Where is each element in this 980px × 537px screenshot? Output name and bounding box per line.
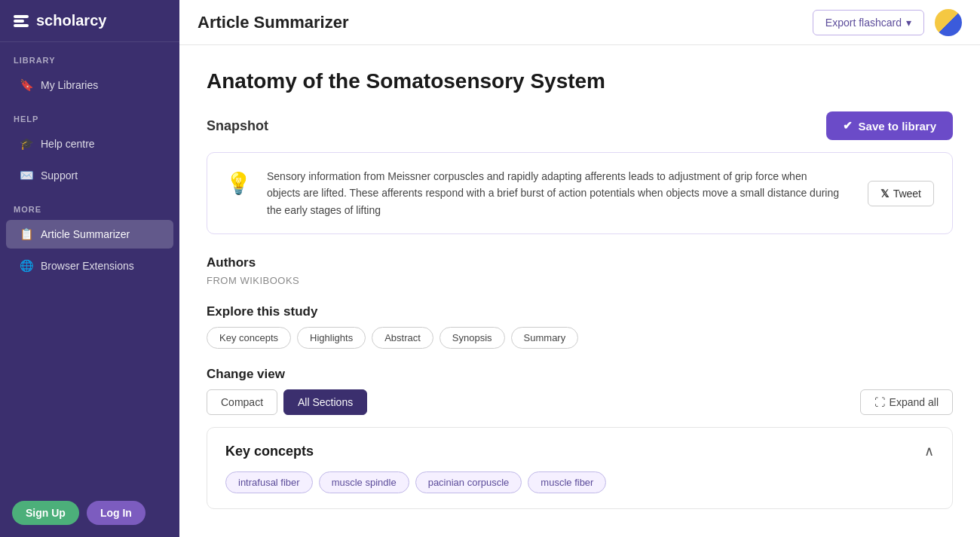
compact-view-button[interactable]: Compact <box>207 389 277 415</box>
bulb-icon: 💡 <box>225 171 252 196</box>
tweet-label: Tweet <box>893 188 921 200</box>
graduation-icon: 🎓 <box>20 137 33 151</box>
article-container: Anatomy of the Somatosensory System Snap… <box>179 45 980 533</box>
tag-intrafusal-fiber[interactable]: intrafusal fiber <box>225 471 313 493</box>
chip-synopsis[interactable]: Synopsis <box>439 327 505 349</box>
sidebar-item-my-libraries[interactable]: 🔖 My Libraries <box>6 71 173 99</box>
authors-title: Authors <box>207 255 953 270</box>
sidebar-item-support[interactable]: ✉️ Support <box>6 161 173 190</box>
sidebar-item-label: Article Summarizer <box>41 228 130 240</box>
tweet-button[interactable]: 𝕏 Tweet <box>868 181 934 206</box>
expand-all-button[interactable]: ⛶ Expand all <box>860 389 953 415</box>
expand-all-label: Expand all <box>890 396 939 408</box>
main-area: Article Summarizer Export flashcard ▾ An… <box>179 0 980 537</box>
explore-title: Explore this study <box>207 304 953 319</box>
page-title: Article Summarizer <box>198 13 349 32</box>
key-concept-tags-row: intrafusal fiber muscle spindle pacinian… <box>225 471 934 493</box>
authors-section: Authors FROM WIKIBOOKS <box>207 255 953 286</box>
envelope-icon: ✉️ <box>20 169 33 182</box>
key-concepts-title: Key concepts <box>225 444 314 459</box>
article-icon: 📋 <box>20 227 33 241</box>
view-row: Compact All Sections ⛶ Expand all <box>207 389 953 415</box>
change-view-title: Change view <box>207 367 953 382</box>
explore-chips-row: Key concepts Highlights Abstract Synopsi… <box>207 327 953 349</box>
bookmark-icon: 🔖 <box>20 78 33 92</box>
chip-highlights[interactable]: Highlights <box>297 327 366 349</box>
tag-pacinian-corpuscle[interactable]: pacinian corpuscle <box>415 471 522 493</box>
sidebar-item-label: Browser Extensions <box>41 260 134 272</box>
export-flashcard-button[interactable]: Export flashcard ▾ <box>813 10 924 35</box>
chip-summary[interactable]: Summary <box>511 327 579 349</box>
globe-icon: 🌐 <box>20 259 33 273</box>
sidebar-item-article-summarizer[interactable]: 📋 Article Summarizer <box>6 220 173 249</box>
logo-text: scholarcy <box>36 12 106 29</box>
checkmark-icon: ✔ <box>843 119 853 133</box>
compact-label: Compact <box>221 396 263 408</box>
topbar: Article Summarizer Export flashcard ▾ <box>179 0 980 45</box>
more-section-label: MORE <box>0 191 179 218</box>
snapshot-label: Snapshot <box>207 118 268 134</box>
x-icon: 𝕏 <box>880 188 889 200</box>
signup-button[interactable]: Sign Up <box>12 501 79 525</box>
snapshot-box: 💡 Sensory information from Meissner corp… <box>207 152 953 234</box>
all-sections-label: All Sections <box>298 396 353 408</box>
expand-icon: ⛶ <box>874 396 885 408</box>
login-button[interactable]: Log In <box>87 501 145 525</box>
article-title: Anatomy of the Somatosensory System <box>207 69 953 93</box>
sidebar-item-label: Help centre <box>41 138 95 150</box>
tag-muscle-spindle[interactable]: muscle spindle <box>319 471 409 493</box>
chevron-down-icon: ▾ <box>906 17 911 29</box>
content-area: Anatomy of the Somatosensory System Snap… <box>179 45 980 537</box>
snapshot-row: Snapshot ✔ Save to library <box>207 111 953 140</box>
sidebar-item-browser-extensions[interactable]: 🌐 Browser Extensions <box>6 252 173 280</box>
export-label: Export flashcard <box>825 17 902 29</box>
chip-key-concepts[interactable]: Key concepts <box>207 327 291 349</box>
sidebar-bottom: Sign Up Log In <box>0 489 179 537</box>
sidebar-item-help-centre[interactable]: 🎓 Help centre <box>6 130 173 158</box>
save-label: Save to library <box>859 120 936 133</box>
authors-from: FROM WIKIBOOKS <box>207 275 953 286</box>
tag-muscle-fiber[interactable]: muscle fiber <box>528 471 606 493</box>
key-concepts-header: Key concepts ∧ <box>225 443 934 459</box>
save-to-library-button[interactable]: ✔ Save to library <box>826 111 953 140</box>
explore-section: Explore this study Key concepts Highligh… <box>207 304 953 349</box>
sidebar: scholarcy LIBRARY 🔖 My Libraries HELP 🎓 … <box>0 0 179 537</box>
library-section-label: LIBRARY <box>0 42 179 69</box>
chip-abstract[interactable]: Abstract <box>372 327 433 349</box>
logo-icon <box>14 15 29 27</box>
change-view-section: Change view Compact All Sections ⛶ Expan… <box>207 367 953 415</box>
help-section-label: HELP <box>0 101 179 128</box>
snapshot-text: Sensory information from Meissner corpus… <box>267 168 841 218</box>
sidebar-item-label: Support <box>41 169 78 182</box>
sidebar-item-label: My Libraries <box>41 79 98 91</box>
sidebar-header: scholarcy <box>0 0 179 42</box>
key-concepts-section: Key concepts ∧ intrafusal fiber muscle s… <box>207 427 953 509</box>
all-sections-view-button[interactable]: All Sections <box>283 389 367 415</box>
chevron-up-icon[interactable]: ∧ <box>924 443 934 459</box>
theme-toggle-button[interactable] <box>935 9 962 36</box>
topbar-actions: Export flashcard ▾ <box>813 9 962 36</box>
